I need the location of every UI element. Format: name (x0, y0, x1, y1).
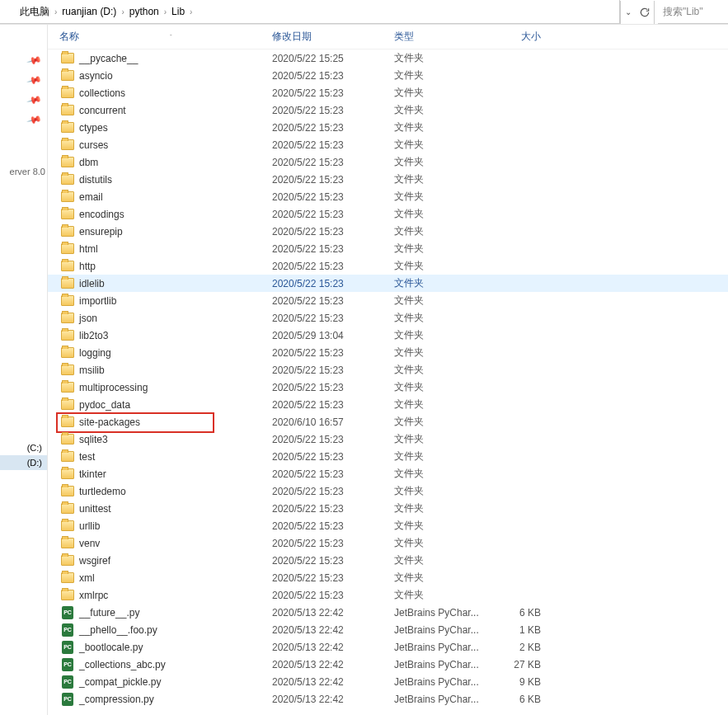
file-date: 2020/5/22 15:23 (272, 105, 394, 116)
folder-icon (61, 70, 74, 81)
column-date[interactable]: 修改日期 (272, 30, 394, 44)
file-name: urllib (76, 520, 272, 532)
file-type: 文件夹 (394, 415, 491, 429)
pin-icon[interactable]: 📌 (26, 111, 43, 128)
file-name: pydoc_data (76, 399, 272, 411)
chevron-right-icon: › (188, 7, 194, 16)
list-item[interactable]: PC_collections_abc.py2020/5/13 22:42JetB… (48, 656, 728, 673)
file-type: 文件夹 (394, 207, 491, 221)
list-item[interactable]: dbm2020/5/22 15:23文件夹 (48, 153, 728, 171)
file-name: msilib (76, 365, 272, 376)
list-item[interactable]: email2020/5/22 15:23文件夹 (48, 188, 728, 205)
list-item[interactable]: collections2020/5/22 15:23文件夹 (48, 84, 728, 101)
refresh-button[interactable] (635, 1, 655, 24)
file-type: 文件夹 (394, 294, 491, 308)
file-date: 2020/5/22 15:23 (272, 572, 394, 584)
file-rows[interactable]: __pycache__2020/5/22 15:25文件夹asyncio2020… (48, 49, 728, 715)
file-type: 文件夹 (394, 380, 491, 394)
list-item[interactable]: turtledemo2020/5/22 15:23文件夹 (48, 482, 728, 500)
file-date: 2020/5/22 15:23 (272, 70, 394, 82)
list-item[interactable]: PC__future__.py2020/5/13 22:42JetBrains … (48, 604, 728, 621)
pin-icon[interactable]: 📌 (26, 92, 43, 108)
column-size[interactable]: 大小 (491, 30, 541, 44)
breadcrumb-segment[interactable]: Lib (168, 0, 188, 23)
file-date: 2020/5/22 15:23 (272, 157, 394, 168)
list-item[interactable]: wsgiref2020/5/22 15:23文件夹 (48, 552, 728, 569)
folder-icon (61, 520, 74, 531)
chevron-right-icon: › (162, 7, 168, 16)
list-item[interactable]: __pycache__2020/5/22 15:25文件夹 (48, 49, 728, 67)
list-item[interactable]: distutils2020/5/22 15:23文件夹 (48, 171, 728, 188)
file-name: _collections_abc.py (76, 659, 272, 670)
file-name: turtledemo (76, 486, 272, 497)
pin-icon[interactable]: 📌 (26, 72, 43, 88)
breadcrumb-dropdown[interactable]: ⌄ (620, 1, 635, 24)
list-item[interactable]: json2020/5/22 15:23文件夹 (48, 309, 728, 327)
list-item[interactable]: venv2020/5/22 15:23文件夹 (48, 534, 728, 552)
list-item[interactable]: importlib2020/5/22 15:23文件夹 (48, 292, 728, 309)
list-item[interactable]: urllib2020/5/22 15:23文件夹 (48, 517, 728, 534)
list-item[interactable]: ensurepip2020/5/22 15:23文件夹 (48, 223, 728, 240)
list-item[interactable]: concurrent2020/5/22 15:23文件夹 (48, 101, 728, 119)
breadcrumb-segment[interactable]: ruanjian (D:) (59, 0, 120, 23)
column-type[interactable]: 类型 (394, 30, 491, 44)
file-name: xml (76, 572, 272, 584)
list-item[interactable]: lib2to32020/5/29 13:04文件夹 (48, 327, 728, 344)
file-name: unittest (76, 503, 272, 515)
list-item[interactable]: PC_compression.py2020/5/13 22:42JetBrain… (48, 690, 728, 708)
list-item[interactable]: curses2020/5/22 15:23文件夹 (48, 136, 728, 153)
file-name: http (76, 261, 272, 272)
list-item[interactable]: html2020/5/22 15:23文件夹 (48, 240, 728, 257)
list-item[interactable]: logging2020/5/22 15:23文件夹 (48, 344, 728, 361)
chevron-right-icon: › (53, 7, 59, 16)
folder-icon (61, 486, 74, 496)
list-item[interactable]: pydoc_data2020/5/22 15:23文件夹 (48, 396, 728, 413)
file-type: 文件夹 (394, 155, 491, 169)
list-item[interactable]: site-packages2020/6/10 16:57文件夹 (48, 413, 728, 430)
python-file-icon: PC (62, 675, 73, 689)
folder-icon (61, 330, 74, 341)
breadcrumb-segment[interactable]: python (126, 0, 162, 23)
list-item[interactable]: ctypes2020/5/22 15:23文件夹 (48, 119, 728, 136)
list-item[interactable]: encodings2020/5/22 15:23文件夹 (48, 205, 728, 223)
file-name: _compression.py (76, 694, 272, 705)
python-file-icon: PC (62, 658, 73, 671)
list-item[interactable]: unittest2020/5/22 15:23文件夹 (48, 500, 728, 517)
list-item[interactable]: xml2020/5/22 15:23文件夹 (48, 569, 728, 586)
file-type: 文件夹 (394, 501, 491, 515)
drive-item[interactable]: (D:) (0, 455, 47, 470)
folder-icon (61, 191, 74, 202)
search-input[interactable] (658, 1, 728, 24)
file-type: 文件夹 (394, 138, 491, 152)
file-type: 文件夹 (394, 259, 491, 273)
list-item[interactable]: msilib2020/5/22 15:23文件夹 (48, 361, 728, 379)
list-item[interactable]: PC_compat_pickle.py2020/5/13 22:42JetBra… (48, 673, 728, 690)
drive-item[interactable]: (C:) (0, 440, 47, 455)
list-item[interactable]: http2020/5/22 15:23文件夹 (48, 257, 728, 275)
file-type: 文件夹 (394, 553, 491, 567)
folder-icon (61, 572, 74, 583)
file-type: 文件夹 (394, 86, 491, 100)
list-item[interactable]: asyncio2020/5/22 15:23文件夹 (48, 67, 728, 84)
pin-icon[interactable]: 📌 (26, 52, 43, 68)
list-item[interactable]: xmlrpc2020/5/22 15:23文件夹 (48, 586, 728, 604)
list-item[interactable]: tkinter2020/5/22 15:23文件夹 (48, 465, 728, 482)
column-name[interactable]: 名称 ˇ (59, 30, 272, 44)
folder-icon (61, 261, 74, 271)
file-date: 2020/5/22 15:23 (272, 590, 394, 601)
list-item[interactable]: PC__phello__.foo.py2020/5/13 22:42JetBra… (48, 621, 728, 638)
file-date: 2020/5/13 22:42 (272, 624, 394, 636)
list-item[interactable]: multiprocessing2020/5/22 15:23文件夹 (48, 379, 728, 396)
file-type: JetBrains PyChar... (394, 607, 491, 619)
breadcrumb-segment[interactable]: 此电脑 (16, 0, 53, 23)
file-type: JetBrains PyChar... (394, 659, 491, 670)
breadcrumb[interactable]: 此电脑 › ruanjian (D:) › python › Lib › (0, 0, 620, 24)
list-item[interactable]: PC_bootlocale.py2020/5/13 22:42JetBrains… (48, 638, 728, 656)
list-item[interactable]: sqlite32020/5/22 15:23文件夹 (48, 430, 728, 448)
file-type: 文件夹 (394, 519, 491, 533)
list-item[interactable]: idlelib2020/5/22 15:23文件夹 (48, 275, 728, 292)
folder-icon (61, 365, 74, 375)
list-item[interactable]: test2020/5/22 15:23文件夹 (48, 448, 728, 465)
file-size: 6 KB (491, 694, 541, 705)
file-date: 2020/5/22 15:23 (272, 382, 394, 393)
